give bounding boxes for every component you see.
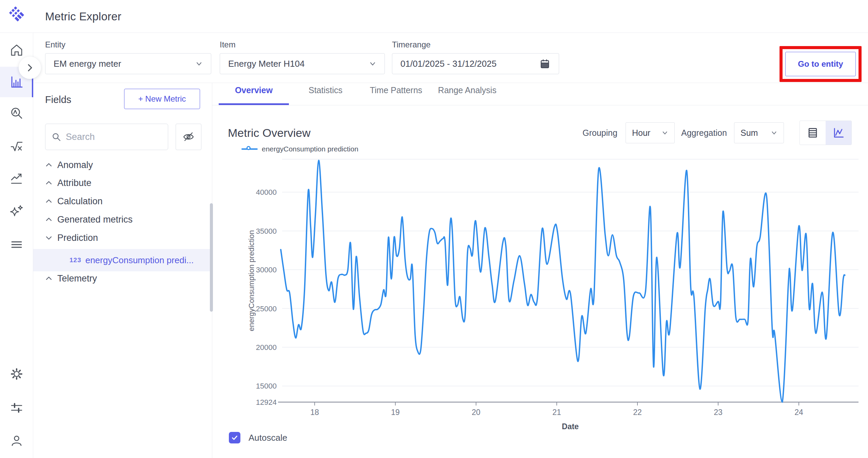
field-group-label: Prediction xyxy=(57,233,98,243)
chevron-down-icon xyxy=(195,60,203,67)
svg-text:19: 19 xyxy=(391,408,400,417)
field-group-label: Calculation xyxy=(57,196,103,207)
svg-text:21: 21 xyxy=(552,408,561,417)
chevron-down-icon xyxy=(45,234,53,242)
timerange-input[interactable]: 01/01/2025 - 31/12/2025 xyxy=(392,53,559,74)
svg-text:40000: 40000 xyxy=(256,188,277,196)
svg-text:15000: 15000 xyxy=(256,382,277,390)
field-group-label: Anomaly xyxy=(57,160,93,170)
field-group-generated-metrics[interactable]: Generated metrics xyxy=(45,210,133,229)
item-value: Energy Meter H104 xyxy=(228,59,369,69)
tabs-divider xyxy=(212,105,868,105)
svg-text:12924: 12924 xyxy=(256,398,277,407)
timerange-label: Timerange xyxy=(392,40,431,49)
item-label: Item xyxy=(220,40,236,49)
sidebar-item-settings[interactable] xyxy=(0,359,33,389)
chevron-down-icon xyxy=(771,129,777,136)
bar-chart-icon xyxy=(9,75,24,89)
fields-scrollbar[interactable] xyxy=(210,203,213,312)
aggregation-select[interactable]: Sum xyxy=(734,122,784,143)
gear-icon xyxy=(9,367,24,381)
svg-text:24: 24 xyxy=(794,408,803,417)
grouping-value: Hour xyxy=(632,128,662,138)
table-view-button[interactable] xyxy=(800,121,826,145)
sidebar-item-list[interactable] xyxy=(0,229,33,260)
app-logo-icon[interactable] xyxy=(8,5,26,22)
chart-view-button[interactable] xyxy=(826,121,851,145)
svg-text:Date: Date xyxy=(562,422,579,431)
user-icon xyxy=(9,433,24,448)
toggle-visibility-button[interactable] xyxy=(176,124,201,150)
chevron-up-icon xyxy=(45,179,53,187)
fields-search[interactable] xyxy=(45,124,168,150)
field-item-label: energyConsumption predi... xyxy=(85,255,194,266)
legend-marker-icon xyxy=(241,148,258,150)
sidebar-item-trends[interactable] xyxy=(0,164,33,194)
sidebar-item-calculation[interactable] xyxy=(0,131,33,162)
chevron-up-icon xyxy=(45,197,53,205)
svg-text:18: 18 xyxy=(310,408,319,417)
trend-icon xyxy=(9,171,24,186)
eye-off-icon xyxy=(182,130,195,144)
legend-label: energyConsumption prediction xyxy=(262,145,358,153)
field-group-telemetry[interactable]: Telemetry xyxy=(45,269,97,288)
svg-text:25000: 25000 xyxy=(256,305,277,313)
field-item-energy-consumption-prediction[interactable]: 123 energyConsumption predi... xyxy=(70,249,194,271)
svg-text:20: 20 xyxy=(472,408,480,417)
sidebar-item-preferences[interactable] xyxy=(0,393,33,423)
field-group-calculation[interactable]: Calculation xyxy=(45,192,103,210)
tab-statistics[interactable]: Statistics xyxy=(298,85,353,105)
sidebar-item-anomaly[interactable] xyxy=(0,98,33,129)
field-group-label: Attribute xyxy=(57,178,92,188)
calendar-icon xyxy=(539,58,551,69)
new-metric-button[interactable]: + New Metric xyxy=(124,89,200,109)
check-icon xyxy=(231,434,238,441)
svg-text:30000: 30000 xyxy=(256,266,277,274)
chevron-up-icon xyxy=(45,275,53,282)
anomaly-search-icon xyxy=(9,106,24,121)
chevron-down-icon xyxy=(369,60,376,67)
field-group-label: Generated metrics xyxy=(57,214,133,225)
grouping-select[interactable]: Hour xyxy=(626,122,675,143)
page-title: Metric Explorer xyxy=(45,10,121,23)
collapse-panel-button[interactable] xyxy=(19,57,41,79)
field-group-anomaly[interactable]: Anomaly xyxy=(45,156,93,174)
table-icon xyxy=(806,126,820,140)
entity-select[interactable]: EM energy meter xyxy=(45,53,211,74)
timerange-value: 01/01/2025 - 31/12/2025 xyxy=(400,59,539,69)
numeric-field-icon: 123 xyxy=(70,256,81,264)
autoscale-label: Autoscale xyxy=(249,433,287,443)
menu-lines-icon xyxy=(9,237,24,252)
tab-time-patterns[interactable]: Time Patterns xyxy=(366,85,427,105)
svg-text:35000: 35000 xyxy=(256,227,277,235)
fields-panel-title: Fields xyxy=(45,94,71,105)
sparkles-icon xyxy=(9,204,24,219)
tab-range-analysis[interactable]: Range Analysis xyxy=(435,85,499,105)
field-group-prediction[interactable]: Prediction xyxy=(45,229,98,247)
grouping-label: Grouping xyxy=(583,128,617,138)
sliders-icon xyxy=(9,400,24,415)
svg-text:energyConsumption prediction: energyConsumption prediction xyxy=(247,230,256,331)
tab-overview[interactable]: Overview xyxy=(219,85,289,105)
metric-explorer-app: Metric Explorer xyxy=(0,0,868,458)
item-select[interactable]: Energy Meter H104 xyxy=(220,53,385,74)
svg-text:20000: 20000 xyxy=(256,343,277,352)
aggregation-label: Aggregation xyxy=(681,128,727,138)
go-to-entity-button[interactable]: Go to entity xyxy=(785,52,856,76)
entity-label: Entity xyxy=(45,40,65,49)
metric-line-chart[interactable]: 12924150002000025000300003500040000energ… xyxy=(217,152,868,439)
entity-value: EM energy meter xyxy=(54,59,195,69)
header-divider xyxy=(0,33,868,33)
search-input[interactable] xyxy=(66,132,151,142)
sidebar-item-ai[interactable] xyxy=(0,196,33,227)
autoscale-checkbox[interactable] xyxy=(229,432,240,443)
sqrt-icon xyxy=(9,139,24,154)
field-group-label: Telemetry xyxy=(57,273,97,284)
chevron-up-icon xyxy=(45,161,53,169)
autoscale-control[interactable]: Autoscale xyxy=(229,432,287,443)
svg-text:22: 22 xyxy=(633,408,642,417)
sidebar-item-account[interactable] xyxy=(0,425,33,456)
field-group-attribute[interactable]: Attribute xyxy=(45,174,92,192)
chevron-down-icon xyxy=(662,129,668,136)
view-toggle-group xyxy=(800,121,852,145)
